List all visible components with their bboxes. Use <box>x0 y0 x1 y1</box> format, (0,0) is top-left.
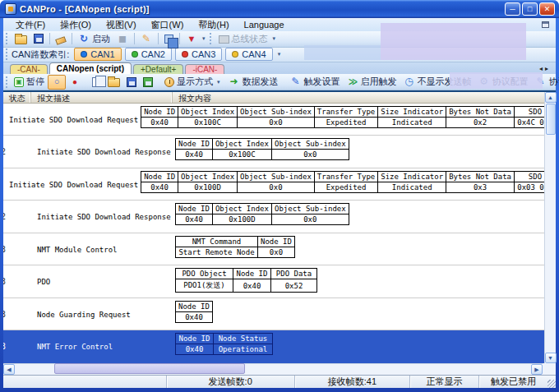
stop-button[interactable]: ◼ <box>113 31 132 46</box>
table-row[interactable]: 2Initiate SDO Download ResponseNode IDOb… <box>3 201 544 233</box>
save-file-button[interactable] <box>30 31 47 46</box>
open-file-button[interactable] <box>12 31 30 46</box>
menu-item[interactable]: 窗口(W) <box>144 18 192 32</box>
load-data-button[interactable] <box>104 75 123 90</box>
table-row[interactable]: 3Node Guarding RequestNode ID0x40 <box>3 298 544 331</box>
column-header-content[interactable]: 报文内容 <box>173 92 544 103</box>
scroll-down-button[interactable]: ▼ <box>545 353 557 363</box>
hscroll-thumb[interactable] <box>54 363 245 374</box>
record-button[interactable]: ○ <box>48 75 66 90</box>
bus-status-label: 总线状态 <box>232 33 268 45</box>
minimize-button[interactable]: ─ <box>505 2 520 16</box>
enable-trigger-button[interactable]: ≫启用触发 <box>344 75 400 90</box>
content-value-cell: 0x03 00 00 00 <box>514 182 544 192</box>
maximize-button[interactable]: □ <box>522 2 538 16</box>
row-description: Initiate SDO Download Response <box>31 136 173 168</box>
tab-scroll-left-icon[interactable]: ◂ <box>539 65 545 72</box>
bus-status-icon <box>219 35 229 44</box>
toolbar-grip[interactable] <box>6 48 8 60</box>
tab-default[interactable]: +Default+ <box>133 64 183 74</box>
pause-button[interactable]: ▣暂停 <box>11 75 48 90</box>
menu-item[interactable]: 帮助(H) <box>191 18 236 32</box>
tab-can[interactable]: -CAN- <box>10 64 48 74</box>
trigger-setup-button[interactable]: ✎触发设置 <box>287 75 344 90</box>
column-header-description[interactable]: 报文描述 <box>31 92 173 103</box>
vscroll-thumb[interactable] <box>546 104 556 135</box>
edit-button[interactable]: ✎ <box>137 31 155 46</box>
content-header-cell: Object Index <box>212 139 271 150</box>
toolbar-grip[interactable] <box>210 33 212 44</box>
tab-scroll-arrows[interactable]: ◂▸ <box>539 65 551 72</box>
hscroll-track[interactable] <box>15 363 531 375</box>
message-content-table: Node IDObject IndexObject Sub-indexTrans… <box>141 171 544 193</box>
horizontal-scrollbar[interactable]: ◀ ▶ <box>3 363 556 375</box>
send-data-button[interactable]: ➜数据发送 <box>225 75 282 90</box>
toolbar-grip[interactable] <box>6 33 8 44</box>
scroll-left-button[interactable]: ◀ <box>3 364 15 375</box>
content-value-cell: 0x0 <box>238 117 315 127</box>
tab-ican[interactable]: -iCAN- <box>185 64 224 74</box>
hide-tx-frames-button[interactable]: ◷不显示发送帧 <box>400 75 475 90</box>
can-channel-button-can4[interactable]: CAN4 <box>225 48 272 61</box>
protocol-config-button[interactable]: ⚙协议配置 <box>475 75 532 90</box>
protocol-config-label: 协议配置 <box>492 76 529 88</box>
content-value-cell: Operational <box>214 344 273 355</box>
copy-button[interactable] <box>89 75 104 90</box>
tab-canopenscript[interactable]: CANopen (script) <box>49 62 132 74</box>
table-row[interactable]: 2Initiate SDO Download ResponseNode IDOb… <box>3 136 544 168</box>
toolbar-separator <box>158 33 159 44</box>
filter-button[interactable]: ▼ <box>182 31 201 46</box>
windows-cascade-button[interactable] <box>161 31 177 46</box>
can-channel-button-can1[interactable]: CAN1 <box>74 48 121 61</box>
clear-button[interactable] <box>53 31 69 46</box>
table-row[interactable]: 3PDOPDO ObjectNode IDPDO DataPDO1(发送)0x4… <box>3 265 544 298</box>
mdi-restore-icon[interactable] <box>542 21 549 28</box>
pen-icon: ✎ <box>535 76 547 87</box>
can-channel-button-can2[interactable]: CAN2 <box>125 48 172 61</box>
stop-record-button[interactable]: ● <box>66 75 84 90</box>
close-button[interactable]: ✕ <box>539 2 555 16</box>
message-content-table: NMT CommandNode IDStart Remote Node0x0 <box>175 236 295 258</box>
send-data-label: 数据发送 <box>243 76 279 88</box>
content-header-cell: Object Index <box>212 204 271 214</box>
menu-item[interactable]: 视图(V) <box>99 18 144 32</box>
content-header-cell: Size Indicator <box>378 171 446 182</box>
toolbar-overflow-chevron-icon[interactable]: ▾ <box>276 51 283 58</box>
toolbar-grip[interactable] <box>6 76 7 88</box>
table-row[interactable]: 3NMT Module ControlNMT CommandNode IDSta… <box>3 233 544 266</box>
table-row[interactable]: 2Initiate SDO Download RequestNode IDObj… <box>3 104 544 136</box>
toolbar-overflow-chevron-icon[interactable]: ▾ <box>271 35 278 42</box>
content-header-cell: Node ID <box>258 236 295 247</box>
menu-item[interactable]: 文件(F) <box>8 18 53 32</box>
menu-item[interactable]: 操作(O) <box>53 18 99 32</box>
save-all-button[interactable] <box>140 75 156 90</box>
can-channel-button-can3[interactable]: CAN3 <box>175 48 222 61</box>
table-row[interactable]: 3NMT Error ControlNode IDNode Status0x40… <box>3 330 544 363</box>
menu-item[interactable]: Language <box>237 19 292 30</box>
content-value-cell: 0x0 <box>258 247 295 257</box>
trigger-setup-icon: ✎ <box>290 76 302 87</box>
content-header-cell: Transfer Type <box>314 106 377 117</box>
hide-frames-icon: ◷ <box>404 76 415 87</box>
column-header-status[interactable]: 状态 <box>3 92 31 103</box>
content-header-cell: Object Index <box>178 171 238 182</box>
content-header-cell: Object Sub-index <box>238 171 315 182</box>
display-mode-button[interactable]: 显示方式▾ <box>161 75 225 90</box>
content-value-cell: 0x100D <box>178 182 238 192</box>
bus-status-button[interactable]: 总线状态 <box>215 31 271 46</box>
table-row[interactable]: 2Initiate SDO Download RequestNode IDObj… <box>3 168 544 201</box>
protocol-manage-button[interactable]: ✎协议管理 <box>532 75 559 90</box>
start-button[interactable]: ↻启动 <box>75 31 113 46</box>
toolbar-overflow-chevron-icon[interactable]: ▾ <box>201 35 207 42</box>
content-header-cell: Node ID <box>141 171 178 182</box>
resize-grip[interactable] <box>547 380 556 388</box>
scroll-right-button[interactable]: ▶ <box>531 364 543 375</box>
content-value-cell: 0x40 <box>176 344 214 355</box>
scroll-up-button[interactable]: ▲ <box>545 92 557 103</box>
view-toolbar: ▣暂停 ○ ● 显示方式▾ ➜数据发送 ✎触发设置 ≫启用触发 ◷不显示发送帧 … <box>3 74 556 90</box>
content-value-cell: 0x40 <box>176 311 213 322</box>
save-data-button[interactable] <box>123 75 140 90</box>
layers-icon <box>164 35 173 44</box>
tab-scroll-right-icon[interactable]: ▸ <box>545 65 551 72</box>
vertical-scrollbar[interactable]: ▲ ▼ <box>544 92 556 363</box>
